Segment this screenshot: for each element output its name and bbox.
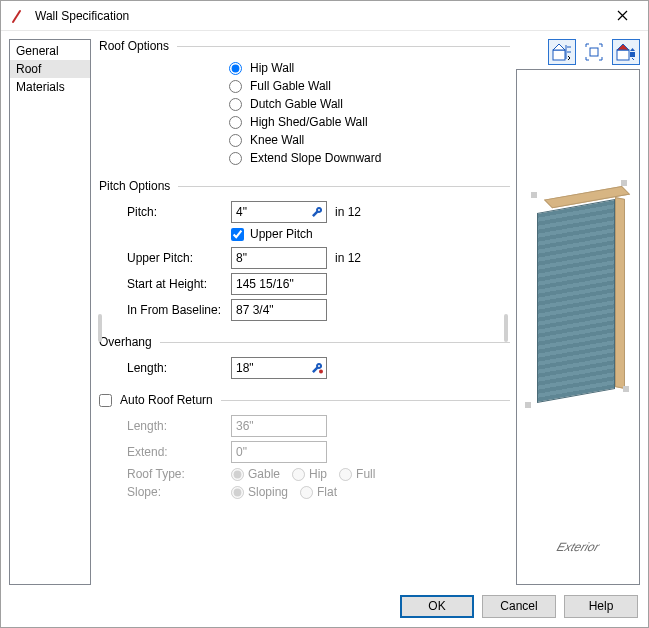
preview-viewport[interactable]: Exterior: [516, 69, 640, 585]
radio-hip-wall[interactable]: Hip Wall: [229, 61, 510, 75]
radio-label: Knee Wall: [250, 133, 304, 147]
start-height-input-wrapper: [231, 273, 327, 295]
overhang-group: Overhang Length:: [99, 335, 510, 383]
radio-high-shed-wall[interactable]: High Shed/Gable Wall: [229, 115, 510, 129]
arr-length-input: [232, 416, 326, 436]
radio-extend-slope-input[interactable]: [229, 152, 242, 165]
radio-knee-wall[interactable]: Knee Wall: [229, 133, 510, 147]
upper-pitch-input-wrapper: [231, 247, 327, 269]
overhang-length-label: Length:: [127, 361, 223, 375]
close-button[interactable]: [602, 2, 642, 30]
start-height-label: Start at Height:: [127, 277, 223, 291]
app-icon: [11, 8, 27, 24]
radio-label: Hip Wall: [250, 61, 294, 75]
upper-pitch-checkbox-label: Upper Pitch: [250, 227, 313, 241]
arr-slope-label: Slope:: [127, 485, 223, 499]
arr-slope-sloping: Sloping: [231, 485, 288, 499]
overhang-legend: Overhang: [99, 335, 510, 349]
arr-extend-label: Extend:: [127, 445, 223, 459]
sidebar-item-label: Materials: [16, 80, 65, 94]
pitch-input-wrapper: [231, 201, 327, 223]
preview-area: Exterior: [516, 39, 640, 585]
arr-extend-input: [232, 442, 326, 462]
window-title: Wall Specification: [35, 9, 602, 23]
sidebar-item-label: Roof: [16, 62, 41, 76]
svg-rect-2: [590, 48, 598, 56]
roof-options-group: Roof Options Hip Wall Full Gable Wall: [99, 39, 510, 169]
arr-slope-flat: Flat: [300, 485, 337, 499]
wall-specification-dialog: Wall Specification General Roof Material…: [0, 0, 649, 628]
pitch-options-group: Pitch Options Pitch: in 12: [99, 179, 510, 325]
cancel-button[interactable]: Cancel: [482, 595, 556, 618]
form-area: Roof Options Hip Wall Full Gable Wall: [99, 39, 510, 585]
auto-roof-return-legend-label: Auto Roof Return: [120, 393, 213, 407]
preview-zoom-extents-button[interactable]: [580, 39, 608, 65]
pitch-label: Pitch:: [127, 205, 223, 219]
arr-rooftype-label: Roof Type:: [127, 467, 223, 481]
overhang-length-input[interactable]: [232, 358, 308, 378]
dialog-footer: OK Cancel Help: [1, 585, 648, 627]
preview-color-toggle-button[interactable]: [612, 39, 640, 65]
start-height-input[interactable]: [232, 274, 326, 294]
arr-rooftype-radios: Gable Hip Full: [231, 467, 375, 481]
upper-pitch-input[interactable]: [232, 248, 326, 268]
radio-high-shed-input[interactable]: [229, 116, 242, 129]
sidebar-item-general[interactable]: General: [10, 42, 90, 60]
category-sidebar: General Roof Materials: [9, 39, 91, 585]
preview-caption: Exterior: [515, 540, 642, 554]
arr-length-input-wrapper: [231, 415, 327, 437]
radio-label: High Shed/Gable Wall: [250, 115, 368, 129]
radio-full-gable-input[interactable]: [229, 80, 242, 93]
radio-hip-wall-input[interactable]: [229, 62, 242, 75]
arr-extend-input-wrapper: [231, 441, 327, 463]
radio-knee-wall-input[interactable]: [229, 134, 242, 147]
arr-rooftype-gable: Gable: [231, 467, 280, 481]
sidebar-item-label: General: [16, 44, 59, 58]
roof-options-legend: Roof Options: [99, 39, 510, 53]
radio-label: Extend Slope Downward: [250, 151, 381, 165]
wrench-icon[interactable]: [308, 202, 326, 222]
radio-dutch-gable-input[interactable]: [229, 98, 242, 111]
auto-roof-return-legend: Auto Roof Return: [99, 393, 510, 407]
sidebar-item-materials[interactable]: Materials: [10, 78, 90, 96]
sidebar-item-roof[interactable]: Roof: [10, 60, 90, 78]
arr-slope-radios: Sloping Flat: [231, 485, 337, 499]
wall-preview-3d: [523, 188, 631, 438]
overhang-length-input-wrapper: [231, 357, 327, 379]
ok-button[interactable]: OK: [400, 595, 474, 618]
auto-roof-return-group: Auto Roof Return Length: Extend:: [99, 393, 510, 503]
auto-roof-return-checkbox[interactable]: [99, 394, 112, 407]
in-from-baseline-input-wrapper: [231, 299, 327, 321]
sidebar-splitter[interactable]: [98, 314, 102, 342]
arr-rooftype-full: Full: [339, 467, 375, 481]
upper-pitch-checkbox[interactable]: [231, 228, 244, 241]
in-from-baseline-input[interactable]: [232, 300, 326, 320]
upper-pitch-label: Upper Pitch:: [127, 251, 223, 265]
radio-label: Full Gable Wall: [250, 79, 331, 93]
radio-full-gable-wall[interactable]: Full Gable Wall: [229, 79, 510, 93]
upper-pitch-suffix: in 12: [335, 251, 361, 265]
pitch-suffix: in 12: [335, 205, 361, 219]
pitch-options-legend: Pitch Options: [99, 179, 510, 193]
svg-rect-1: [553, 50, 565, 60]
wrench-override-icon[interactable]: [308, 358, 326, 378]
preview-mode-elevation-button[interactable]: [548, 39, 576, 65]
titlebar: Wall Specification: [1, 1, 648, 31]
arr-length-label: Length:: [127, 419, 223, 433]
help-button[interactable]: Help: [564, 595, 638, 618]
preview-splitter[interactable]: [504, 314, 508, 342]
svg-rect-4: [630, 52, 635, 57]
radio-dutch-gable-wall[interactable]: Dutch Gable Wall: [229, 97, 510, 111]
arr-rooftype-hip: Hip: [292, 467, 327, 481]
svg-point-0: [319, 370, 323, 374]
radio-label: Dutch Gable Wall: [250, 97, 343, 111]
in-from-baseline-label: In From Baseline:: [127, 303, 223, 317]
svg-rect-3: [617, 50, 629, 60]
pitch-input[interactable]: [232, 202, 308, 222]
radio-extend-slope[interactable]: Extend Slope Downward: [229, 151, 510, 165]
